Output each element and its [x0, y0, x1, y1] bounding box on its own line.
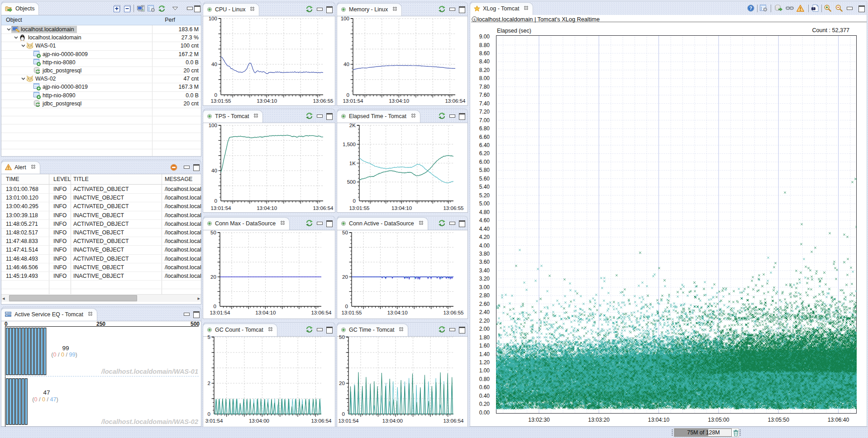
svg-text:?: ? — [749, 5, 752, 11]
svg-text:100: 100 — [209, 15, 217, 21]
svg-text:2: 2 — [208, 380, 210, 386]
svg-text:5: 5 — [208, 334, 210, 340]
svg-text:0.40: 0.40 — [479, 393, 490, 399]
svg-text:13:01:54: 13:01:54 — [210, 309, 230, 315]
svg-text:2.80: 2.80 — [479, 292, 490, 299]
svg-text:0: 0 — [215, 198, 217, 204]
svg-text:7.20: 7.20 — [479, 109, 490, 115]
svg-text:2.00: 2.00 — [479, 326, 490, 332]
svg-text:13:01:54: 13:01:54 — [210, 205, 231, 211]
svg-text:40: 40 — [211, 167, 217, 173]
svg-text:13:06:55: 13:06:55 — [443, 309, 463, 315]
svg-text:13:06:55: 13:06:55 — [313, 98, 333, 104]
svg-text:1.60: 1.60 — [479, 343, 490, 349]
svg-text:2.60: 2.60 — [479, 301, 490, 307]
svg-text:7.60: 7.60 — [479, 92, 490, 98]
svg-text:7.00: 7.00 — [479, 117, 490, 124]
svg-text:3.20: 3.20 — [479, 276, 490, 282]
svg-text:50: 50 — [210, 229, 216, 235]
svg-text:2.40: 2.40 — [479, 309, 490, 315]
svg-text:13:04:10: 13:04:10 — [391, 205, 412, 211]
svg-text:13:04:10: 13:04:10 — [255, 309, 276, 315]
svg-text:20: 20 — [342, 274, 348, 280]
svg-text:0: 0 — [347, 92, 349, 98]
svg-text:0: 0 — [353, 198, 356, 204]
svg-text:1.40: 1.40 — [479, 351, 490, 357]
svg-text:13:01:55: 13:01:55 — [349, 205, 369, 211]
svg-text:0: 0 — [208, 411, 210, 417]
svg-text:100: 100 — [341, 15, 349, 21]
svg-text:1,500: 1,500 — [343, 141, 356, 147]
svg-text:13:04:10: 13:04:10 — [648, 417, 670, 423]
svg-text:13:01:54: 13:01:54 — [338, 418, 359, 424]
svg-text:13:02:30: 13:02:30 — [528, 417, 550, 423]
svg-text:13:04:00: 13:04:00 — [382, 418, 403, 424]
svg-text:2K: 2K — [349, 122, 356, 128]
svg-text:0.00: 0.00 — [479, 409, 490, 416]
svg-text:13:05:50: 13:05:50 — [768, 417, 789, 423]
svg-text:5.00: 5.00 — [479, 200, 490, 207]
svg-text:6.60: 6.60 — [479, 134, 490, 140]
svg-text:100: 100 — [209, 122, 217, 128]
svg-text:13:06:54: 13:06:54 — [311, 309, 332, 315]
svg-text:3:01:54: 3:01:54 — [205, 418, 223, 424]
svg-text:4.80: 4.80 — [479, 209, 490, 215]
svg-text:5.40: 5.40 — [479, 184, 490, 190]
svg-text:0.20: 0.20 — [479, 401, 490, 407]
svg-text:4.60: 4.60 — [479, 217, 490, 224]
svg-text:13:06:54: 13:06:54 — [445, 98, 466, 104]
svg-text:13:06:54: 13:06:54 — [443, 418, 464, 424]
svg-text:8.60: 8.60 — [479, 50, 490, 57]
svg-text:0: 0 — [214, 303, 216, 309]
svg-text:500: 500 — [347, 179, 356, 185]
svg-text:13:04:10: 13:04:10 — [257, 205, 277, 211]
svg-text:4.40: 4.40 — [479, 226, 490, 232]
svg-text:8.80: 8.80 — [479, 42, 490, 48]
svg-text:0: 0 — [215, 92, 217, 98]
svg-text:1.80: 1.80 — [479, 334, 490, 341]
svg-text:6.40: 6.40 — [479, 142, 490, 148]
svg-text:13:01:55: 13:01:55 — [341, 309, 362, 315]
svg-text:0.60: 0.60 — [479, 384, 490, 390]
svg-text:7.80: 7.80 — [479, 84, 490, 90]
svg-text:13:06:54: 13:06:54 — [313, 205, 334, 211]
svg-text:6.20: 6.20 — [479, 150, 490, 157]
svg-text:7.40: 7.40 — [479, 100, 490, 107]
svg-text:3.00: 3.00 — [479, 284, 490, 290]
svg-text:8.40: 8.40 — [479, 58, 490, 65]
svg-text:13:01:55: 13:01:55 — [210, 98, 231, 104]
svg-text:5.60: 5.60 — [479, 176, 490, 182]
svg-text:13:06:40: 13:06:40 — [828, 417, 849, 423]
svg-text:4.00: 4.00 — [479, 243, 490, 249]
svg-text:9.00: 9.00 — [479, 33, 490, 40]
svg-text:3.80: 3.80 — [479, 251, 490, 257]
svg-text:1K: 1K — [349, 160, 356, 166]
svg-text:0: 0 — [342, 411, 345, 417]
svg-text:0.80: 0.80 — [479, 376, 490, 382]
svg-text:13:06:54: 13:06:54 — [311, 418, 332, 424]
svg-text:1.20: 1.20 — [479, 359, 490, 366]
svg-text:13:03:20: 13:03:20 — [588, 417, 610, 423]
svg-text:4.20: 4.20 — [479, 234, 490, 240]
svg-text:1.00: 1.00 — [479, 367, 490, 374]
svg-text:8.20: 8.20 — [479, 67, 490, 73]
svg-text:3.40: 3.40 — [479, 267, 490, 274]
svg-text:20: 20 — [339, 380, 345, 386]
svg-text:13:05:00: 13:05:00 — [708, 417, 730, 423]
svg-text:13:04:10: 13:04:10 — [389, 98, 409, 104]
svg-text:6.00: 6.00 — [479, 159, 490, 165]
svg-text:40: 40 — [343, 61, 349, 67]
svg-text:13:06:55: 13:06:55 — [443, 205, 463, 211]
svg-text:50: 50 — [342, 229, 348, 235]
svg-text:13:04:10: 13:04:10 — [387, 309, 408, 315]
svg-text:13:04:10: 13:04:10 — [257, 98, 277, 104]
svg-text:8.00: 8.00 — [479, 75, 490, 81]
svg-text:40: 40 — [211, 61, 217, 67]
svg-text:5.20: 5.20 — [479, 192, 490, 199]
svg-text:13:01:54: 13:01:54 — [343, 98, 363, 104]
svg-text:6.80: 6.80 — [479, 125, 490, 132]
svg-text:20: 20 — [210, 274, 216, 280]
svg-text:5.80: 5.80 — [479, 167, 490, 173]
svg-text:0: 0 — [345, 303, 348, 309]
svg-text:2.20: 2.20 — [479, 318, 490, 324]
